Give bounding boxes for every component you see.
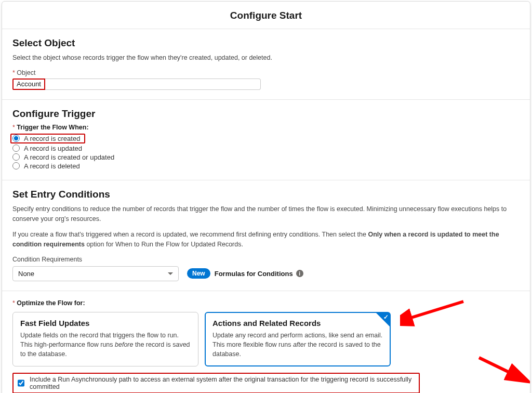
select-object-heading: Select Object (12, 37, 520, 49)
trigger-option-deleted-row: A record is deleted (12, 162, 520, 171)
trigger-option-created-updated-row: A record is created or updated (12, 153, 520, 162)
condition-requirements-label: Condition Requirements (12, 256, 520, 263)
entry-conditions-section: Set Entry Conditions Specify entry condi… (2, 180, 530, 291)
select-object-section: Select Object Select the object whose re… (2, 29, 530, 100)
select-object-desc: Select the object whose records trigger … (12, 53, 520, 63)
object-value: Account (12, 78, 45, 90)
optimize-card-actions-related[interactable]: Actions and Related Records Update any r… (205, 312, 391, 366)
async-checkbox[interactable] (18, 379, 24, 387)
async-checkbox-row: Include a Run Asynchronously path to acc… (12, 373, 420, 393)
optimize-card2-desc: Update any record and perform actions, l… (212, 331, 383, 359)
trigger-option-updated[interactable] (12, 145, 20, 152)
formulas-label: Formulas for Conditions (215, 270, 293, 278)
chevron-down-icon (168, 272, 173, 275)
trigger-option-updated-row: A record is updated (12, 144, 520, 153)
optimize-card1-title: Fast Field Updates (20, 319, 191, 328)
trigger-option-created-label: A record is created (24, 135, 80, 142)
trigger-option-created[interactable] (12, 135, 20, 142)
modal-title: Configure Start (2, 2, 530, 29)
configure-trigger-heading: Configure Trigger (12, 108, 520, 120)
trigger-option-created-updated-label: A record is created or updated (24, 153, 114, 161)
entry-conditions-desc1: Specify entry conditions to reduce the n… (12, 204, 520, 224)
optimize-label: * Optimize the Flow for: (12, 299, 520, 307)
info-icon[interactable]: i (296, 270, 303, 277)
configure-trigger-section: Configure Trigger * Trigger the Flow Whe… (2, 100, 530, 180)
trigger-option-updated-label: A record is updated (24, 145, 82, 152)
trigger-option-deleted[interactable] (12, 162, 20, 169)
trigger-option-deleted-label: A record is deleted (24, 162, 80, 170)
check-icon (376, 313, 390, 326)
optimize-card-fast-updates[interactable]: Fast Field Updates Update fields on the … (12, 312, 198, 366)
trigger-when-label: * Trigger the Flow When: (12, 124, 520, 131)
entry-conditions-desc2: If you create a flow that's triggered wh… (12, 230, 520, 250)
trigger-option-created-row: A record is created (12, 133, 520, 144)
condition-requirements-value: None (18, 270, 34, 278)
optimize-card1-desc: Update fields on the record that trigger… (20, 331, 191, 359)
object-input-rest[interactable] (45, 78, 261, 90)
optimize-section: * Optimize the Flow for: Fast Field Upda… (2, 291, 530, 393)
async-label: Include a Run Asynchronously path to acc… (30, 376, 415, 390)
trigger-option-created-updated[interactable] (12, 153, 20, 161)
new-pill: New (187, 268, 210, 279)
object-field-label: * Object (12, 69, 520, 76)
condition-requirements-select[interactable]: None (12, 266, 179, 281)
object-input[interactable]: Account (12, 78, 261, 90)
configure-start-modal: Configure Start Select Object Select the… (2, 1, 530, 393)
optimize-card2-title: Actions and Related Records (212, 319, 383, 328)
entry-conditions-heading: Set Entry Conditions (12, 189, 520, 200)
trigger-options: A record is created A record is updated … (12, 133, 520, 171)
